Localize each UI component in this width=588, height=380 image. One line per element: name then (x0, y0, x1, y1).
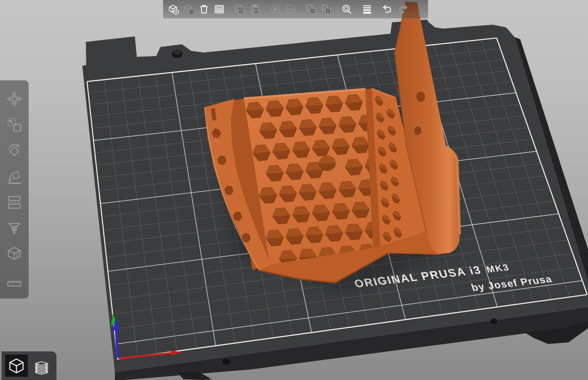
mounting-hole (416, 92, 425, 102)
rotate-icon (5, 142, 23, 159)
measure-icon (5, 271, 23, 289)
slicer-3d-view: ORIGINAL PRUSA i3MK3by Josef Prusa OP (0, 0, 588, 380)
arrange-icon (213, 3, 225, 15)
scale-icon (5, 116, 23, 134)
bed-screw-hole (222, 358, 230, 365)
undo-icon (381, 3, 394, 15)
svg-text:O: O (311, 9, 314, 13)
mounting-hole (414, 127, 421, 135)
copy-button[interactable] (232, 2, 247, 17)
variable-layer-height-button[interactable] (359, 2, 375, 17)
preview-layers-button[interactable] (31, 355, 53, 377)
preview-layers-icon (33, 357, 51, 375)
add-object-icon (167, 3, 180, 15)
seam-icon (5, 245, 23, 263)
cut-icon (5, 194, 23, 211)
viewport-3d[interactable]: ORIGINAL PRUSA i3MK3by Josef Prusa (0, 0, 588, 380)
bed-screw-hole (490, 318, 497, 324)
delete-object-icon (183, 3, 195, 15)
add-object-button[interactable] (166, 2, 181, 17)
variable-layer-height-icon (361, 3, 373, 15)
split-objects-icon: O (305, 3, 317, 15)
undo-button[interactable] (380, 2, 395, 17)
measure-button[interactable] (4, 270, 25, 290)
remove-instance-icon (285, 3, 297, 15)
editor-3d-icon (7, 357, 25, 375)
svg-text:P: P (327, 9, 329, 13)
arrange-button[interactable] (212, 2, 227, 17)
move-icon (5, 90, 23, 108)
delete-object-button[interactable] (181, 2, 196, 17)
scale-button[interactable] (4, 115, 25, 135)
cut-button[interactable] (4, 192, 25, 212)
editor-3d-button[interactable] (5, 355, 28, 377)
add-instance-icon (269, 3, 281, 15)
paint-supports-icon (5, 219, 23, 237)
delete-all-button[interactable] (196, 2, 212, 17)
delete-all-icon (198, 3, 210, 15)
paint-supports-button[interactable] (4, 218, 25, 238)
add-instance-button[interactable] (268, 2, 283, 17)
paste-icon (249, 3, 261, 15)
copy-icon (234, 3, 246, 15)
seam-button[interactable] (4, 244, 25, 264)
split-parts-icon: P (320, 3, 332, 15)
search-icon (341, 3, 353, 15)
split-parts-button[interactable]: P (319, 2, 334, 17)
place-on-face-icon (5, 168, 23, 185)
left-toolbar (0, 80, 29, 299)
place-on-face-button[interactable] (4, 166, 25, 187)
redo-icon (397, 3, 409, 15)
move-button[interactable] (4, 89, 25, 109)
rotate-button[interactable] (4, 141, 25, 161)
redo-button[interactable] (395, 2, 410, 17)
top-toolbar: OP (163, 0, 428, 18)
paste-button[interactable] (247, 2, 263, 17)
split-objects-button[interactable]: O (303, 2, 319, 17)
view-mode-toggle (2, 351, 56, 380)
remove-instance-button[interactable] (283, 2, 298, 17)
search-button[interactable] (339, 2, 354, 17)
